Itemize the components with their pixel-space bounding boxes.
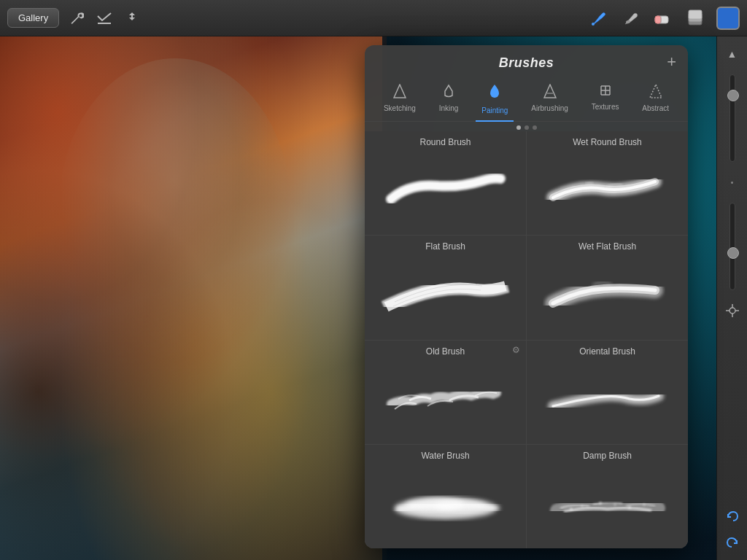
svg-rect-4 xyxy=(655,16,661,23)
brush-cell-wet-round-brush[interactable]: Wet Round Brush xyxy=(527,131,688,235)
svg-point-31 xyxy=(628,506,631,509)
brush-cell-old-brush[interactable]: Old Brush ⚙ xyxy=(365,341,526,444)
abstract-icon xyxy=(649,84,662,102)
tab-airbrushing[interactable]: Airbrushing xyxy=(525,81,574,122)
dot-1 xyxy=(516,125,521,130)
smudge-tool-icon[interactable] xyxy=(620,7,642,29)
sketching-icon xyxy=(393,84,406,102)
textures-icon xyxy=(599,84,612,101)
tab-painting[interactable]: Painting xyxy=(476,81,514,122)
color-swatch[interactable] xyxy=(716,7,740,30)
sidebar-dot: • xyxy=(721,171,744,194)
dot-3 xyxy=(533,125,537,130)
size-slider-thumb[interactable] xyxy=(727,90,739,101)
redo-icon[interactable] xyxy=(721,531,744,554)
airbrushing-label: Airbrushing xyxy=(531,104,568,112)
svg-marker-15 xyxy=(544,85,556,98)
airbrushing-icon xyxy=(543,84,557,102)
category-tabs: Sketching Inking Painting xyxy=(365,77,688,122)
svg-point-32 xyxy=(643,504,645,506)
wet-flat-brush-preview xyxy=(534,256,681,332)
svg-point-28 xyxy=(581,505,583,508)
brush-cell-round-brush[interactable]: Round Brush xyxy=(365,131,526,235)
svg-point-1 xyxy=(592,23,595,26)
textures-label: Textures xyxy=(592,103,619,111)
sketching-label: Sketching xyxy=(384,104,416,112)
inking-icon xyxy=(442,84,455,102)
svg-point-30 xyxy=(614,504,616,506)
selection-icon[interactable] xyxy=(94,8,115,28)
main-toolbar: Gallery xyxy=(0,0,747,36)
panel-header: Brushes + xyxy=(365,45,688,77)
brush-cell-damp-brush[interactable]: Damp Brush xyxy=(527,445,688,548)
sidebar-up-arrow[interactable]: ▲ xyxy=(721,42,744,66)
brushes-panel: Brushes + Sketching Inking xyxy=(365,45,688,548)
toolbar-right-tools xyxy=(588,7,740,30)
tab-inking[interactable]: Inking xyxy=(433,81,465,122)
wet-round-brush-name: Wet Round Brush xyxy=(534,137,681,147)
opacity-slider-thumb[interactable] xyxy=(727,247,739,259)
gallery-button[interactable]: Gallery xyxy=(7,8,59,28)
svg-marker-14 xyxy=(394,85,406,98)
add-brush-button[interactable]: + xyxy=(667,54,676,70)
brush-cell-oriental-brush[interactable]: Oriental Brush xyxy=(527,341,688,444)
brush-cell-water-brush[interactable]: Water Brush xyxy=(365,445,526,548)
flat-brush-preview xyxy=(372,256,519,332)
old-brush-preview xyxy=(372,361,519,437)
tab-textures[interactable]: Textures xyxy=(586,81,625,122)
transform-icon[interactable] xyxy=(122,8,142,28)
oriental-brush-name: Oriental Brush xyxy=(534,346,681,357)
brush-cell-wet-flat-brush[interactable]: Wet Flat Brush xyxy=(527,236,688,339)
crosshair-icon[interactable] xyxy=(721,299,744,322)
size-slider-track[interactable] xyxy=(729,74,735,162)
water-brush-name: Water Brush xyxy=(372,451,519,461)
old-brush-name: Old Brush xyxy=(372,346,519,357)
dot-2 xyxy=(525,125,529,130)
svg-point-27 xyxy=(570,508,573,510)
pagination-dots xyxy=(365,122,688,131)
wet-round-brush-preview xyxy=(534,152,681,228)
damp-brush-preview xyxy=(534,465,681,541)
eraser-tool-icon[interactable] xyxy=(652,7,674,29)
water-brush-preview xyxy=(372,465,519,541)
svg-point-29 xyxy=(599,502,602,505)
inking-label: Inking xyxy=(439,104,459,112)
damp-brush-name: Damp Brush xyxy=(534,451,681,461)
svg-marker-23 xyxy=(650,85,662,98)
svg-rect-8 xyxy=(689,10,702,19)
painting-icon xyxy=(489,84,500,104)
round-brush-name: Round Brush xyxy=(372,137,519,147)
right-sidebar: ▲ • xyxy=(716,36,747,560)
brush-grid: Round Brush Wet Round Brush xyxy=(365,131,688,548)
tab-sketching[interactable]: Sketching xyxy=(378,81,422,122)
brush-cell-flat-brush[interactable]: Flat Brush xyxy=(365,236,526,339)
svg-point-9 xyxy=(729,308,735,314)
panel-title: Brushes xyxy=(499,55,554,71)
wrench-icon[interactable] xyxy=(66,8,87,28)
abstract-label: Abstract xyxy=(642,104,669,112)
painting-label: Painting xyxy=(481,106,508,114)
round-brush-preview xyxy=(372,152,519,228)
flat-brush-name: Flat Brush xyxy=(372,241,519,252)
tab-abstract[interactable]: Abstract xyxy=(636,81,675,122)
oriental-brush-preview xyxy=(534,361,681,437)
old-brush-gear-icon[interactable]: ⚙ xyxy=(512,345,520,355)
wet-flat-brush-name: Wet Flat Brush xyxy=(534,241,681,252)
layers-tool-icon[interactable] xyxy=(684,7,706,29)
opacity-slider-track[interactable] xyxy=(729,203,735,290)
brush-tool-icon[interactable] xyxy=(588,7,610,29)
undo-icon[interactable] xyxy=(721,505,744,528)
portrait-image xyxy=(0,0,387,560)
